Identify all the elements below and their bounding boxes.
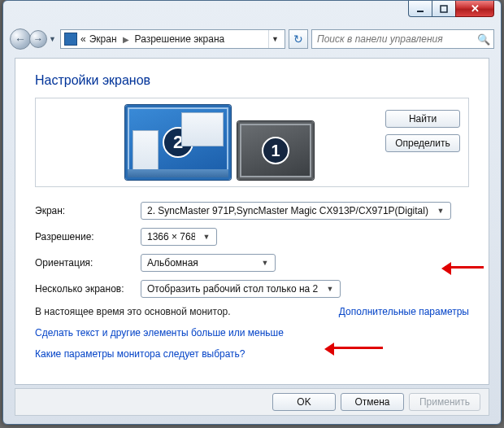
detect-button[interactable]: Определить — [385, 134, 460, 152]
monitor-thumbnail-2[interactable]: 2 — [125, 105, 231, 180]
arrow-right-icon: → — [33, 33, 43, 45]
resolution-dropdown[interactable]: 1366 × 768 ▼ — [141, 228, 217, 246]
orientation-value: Альбомная — [147, 257, 254, 269]
monitor-number-badge: 1 — [262, 137, 289, 164]
cancel-button[interactable]: Отмена — [341, 393, 404, 411]
svg-rect-1 — [441, 6, 447, 12]
resolution-label: Разрешение: — [35, 231, 141, 242]
annotation-arrow-icon — [328, 347, 383, 349]
search-icon[interactable]: 🔍 — [477, 33, 490, 46]
search-box[interactable]: 🔍 — [311, 29, 494, 49]
window-maximize-button[interactable] — [432, 1, 456, 17]
maximize-icon — [440, 5, 448, 13]
refresh-button[interactable]: ↻ — [289, 29, 308, 49]
multi-value: Отобразить рабочий стол только на 2 — [147, 283, 319, 295]
window-minimize-button[interactable] — [408, 1, 432, 17]
arrow-left-icon: ← — [15, 33, 26, 46]
screen-label: Экран: — [35, 205, 141, 216]
orientation-label: Ориентация: — [35, 257, 141, 269]
monitor-help-link[interactable]: Какие параметры монитора следует выбрать… — [35, 348, 469, 360]
chevron-down-icon: ▼ — [324, 285, 337, 293]
monitor-thumbnail-1[interactable]: 1 — [237, 121, 314, 180]
annotation-arrow-icon — [445, 266, 484, 269]
primary-monitor-status: В настоящее время это основной монитор. — [35, 306, 231, 317]
screen-value: 2. SyncMaster 971P,SyncMaster Magic CX91… — [147, 205, 429, 216]
apply-button: Применить — [409, 393, 480, 411]
search-input[interactable] — [315, 33, 477, 46]
chevron-down-icon: ▼ — [200, 233, 213, 241]
chevron-down-icon: ▼ — [259, 259, 272, 267]
nav-back-button[interactable]: ← — [10, 28, 31, 50]
address-dropdown[interactable]: ▼ — [268, 30, 281, 48]
advanced-settings-link[interactable]: Дополнительные параметры — [339, 306, 469, 317]
nav-forward-button[interactable]: → — [29, 30, 47, 48]
breadcrumb-item[interactable]: Экран — [89, 33, 117, 45]
screen-dropdown[interactable]: 2. SyncMaster 971P,SyncMaster Magic CX91… — [141, 202, 451, 220]
taskbar-icon — [128, 169, 228, 177]
page-title: Настройки экранов — [35, 73, 469, 88]
multi-label: Несколько экранов: — [35, 283, 141, 295]
refresh-icon: ↻ — [293, 33, 303, 46]
breadcrumb-item[interactable]: Разрешение экрана — [135, 33, 225, 45]
identify-button[interactable]: Найти — [385, 110, 460, 128]
svg-rect-0 — [417, 11, 424, 12]
orientation-dropdown[interactable]: Альбомная ▼ — [141, 254, 276, 272]
minimize-icon — [416, 5, 424, 13]
monitor-number-badge: 2 — [163, 127, 193, 158]
window-close-button[interactable]: ✕ — [455, 1, 494, 17]
text-size-link[interactable]: Сделать текст и другие элементы больше и… — [35, 327, 469, 338]
chevron-down-icon: ▼ — [434, 207, 447, 215]
breadcrumb-prefix: « — [80, 33, 86, 45]
close-icon: ✕ — [471, 2, 480, 15]
address-bar[interactable]: « Экран ▶ Разрешение экрана ▼ — [60, 29, 285, 49]
multi-display-dropdown[interactable]: Отобразить рабочий стол только на 2 ▼ — [141, 280, 341, 298]
display-preview: 2 1 Найти Определить — [35, 98, 469, 187]
resolution-value: 1366 × 768 — [147, 231, 195, 242]
ok-button[interactable]: OK — [272, 393, 336, 411]
nav-history-dropdown[interactable]: ▼ — [49, 35, 57, 43]
chevron-right-icon: ▶ — [120, 35, 132, 44]
control-panel-icon — [64, 33, 77, 46]
